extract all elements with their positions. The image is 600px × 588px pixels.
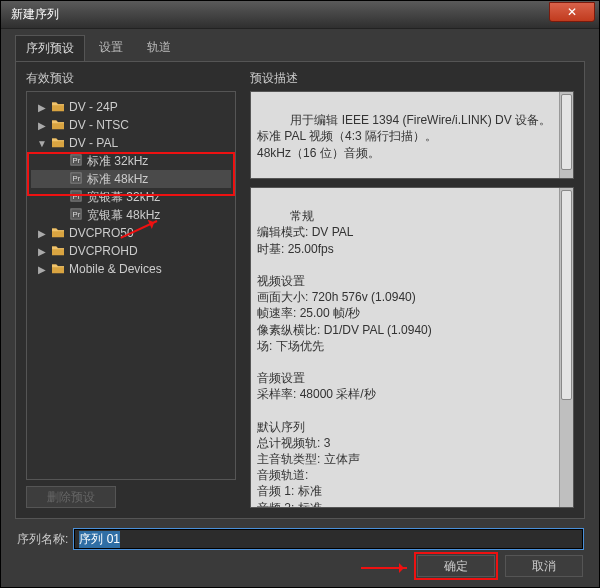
tree-folder[interactable]: ▶Mobile & Devices	[31, 260, 231, 278]
tab-tracks[interactable]: 轨道	[137, 35, 181, 61]
preset-icon: Pr	[69, 190, 83, 205]
close-button[interactable]: ✕	[549, 2, 595, 22]
description-column: 预设描述 用于编辑 IEEE 1394 (FireWire/i.LINK) DV…	[250, 70, 574, 508]
window-title: 新建序列	[11, 6, 59, 23]
tree-preset[interactable]: Pr宽银幕 48kHz	[31, 206, 231, 224]
presets-column: 有效预设 ▶DV - 24P▶DV - NTSC▼DV - PALPr标准 32…	[26, 70, 236, 508]
folder-icon	[51, 244, 65, 259]
sequence-name-label: 序列名称:	[17, 531, 68, 548]
folder-icon	[51, 262, 65, 277]
new-sequence-dialog: 新建序列 ✕ 序列预设 设置 轨道 有效预设 ▶DV - 24P▶DV - NT…	[0, 0, 600, 588]
presets-label: 有效预设	[26, 70, 236, 87]
svg-text:Pr: Pr	[73, 156, 81, 165]
folder-icon	[51, 118, 65, 133]
tree-item-label: DV - NTSC	[69, 118, 129, 132]
tree-item-label: DV - PAL	[69, 136, 118, 150]
tree-folder[interactable]: ▼DV - PAL	[31, 134, 231, 152]
disclosure-triangle-icon[interactable]: ▶	[37, 102, 47, 113]
tree-preset[interactable]: Pr宽银幕 32kHz	[31, 188, 231, 206]
scrollbar[interactable]	[559, 188, 573, 507]
cancel-button[interactable]: 取消	[505, 555, 583, 577]
dialog-button-row: 确定 取消	[1, 549, 599, 587]
tree-preset[interactable]: Pr标准 48kHz	[31, 170, 231, 188]
description-summary: 用于编辑 IEEE 1394 (FireWire/i.LINK) DV 设备。 …	[250, 91, 574, 179]
svg-text:Pr: Pr	[73, 174, 81, 183]
sequence-name-row: 序列名称:	[1, 527, 599, 549]
tab-sequence-presets[interactable]: 序列预设	[15, 35, 85, 61]
preset-tree[interactable]: ▶DV - 24P▶DV - NTSC▼DV - PALPr标准 32kHzPr…	[26, 91, 236, 480]
preset-icon: Pr	[69, 208, 83, 223]
description-details: 常规 编辑模式: DV PAL 时基: 25.00fps 视频设置 画面大小: …	[250, 187, 574, 508]
tree-item-label: DV - 24P	[69, 100, 118, 114]
disclosure-triangle-icon[interactable]: ▶	[37, 264, 47, 275]
tab-bar: 序列预设 设置 轨道	[1, 29, 599, 61]
preset-icon: Pr	[69, 172, 83, 187]
preset-icon: Pr	[69, 154, 83, 169]
description-label: 预设描述	[250, 70, 574, 87]
folder-icon	[51, 226, 65, 241]
tree-item-label: DVCPROHD	[69, 244, 138, 258]
description-summary-text: 用于编辑 IEEE 1394 (FireWire/i.LINK) DV 设备。 …	[257, 113, 551, 159]
svg-text:Pr: Pr	[73, 210, 81, 219]
description-details-text: 常规 编辑模式: DV PAL 时基: 25.00fps 视频设置 画面大小: …	[257, 209, 432, 508]
delete-preset-button: 删除预设	[26, 486, 116, 508]
tree-item-label: 标准 32kHz	[87, 153, 148, 170]
scrollbar[interactable]	[559, 92, 573, 178]
arrow-icon	[361, 567, 407, 569]
tree-folder[interactable]: ▶DVCPROHD	[31, 242, 231, 260]
disclosure-triangle-icon[interactable]: ▶	[37, 120, 47, 131]
folder-icon	[51, 136, 65, 151]
sequence-name-input[interactable]	[74, 529, 583, 549]
tree-item-label: 宽银幕 32kHz	[87, 189, 160, 206]
disclosure-triangle-icon[interactable]: ▶	[37, 246, 47, 257]
ok-button[interactable]: 确定	[417, 555, 495, 577]
folder-icon	[51, 100, 65, 115]
tree-preset[interactable]: Pr标准 32kHz	[31, 152, 231, 170]
disclosure-triangle-icon[interactable]: ▼	[37, 138, 47, 149]
tree-folder[interactable]: ▶DV - 24P	[31, 98, 231, 116]
disclosure-triangle-icon[interactable]: ▶	[37, 228, 47, 239]
titlebar: 新建序列 ✕	[1, 1, 599, 29]
main-panel: 有效预设 ▶DV - 24P▶DV - NTSC▼DV - PALPr标准 32…	[15, 61, 585, 519]
tree-folder[interactable]: ▶DV - NTSC	[31, 116, 231, 134]
tree-item-label: 标准 48kHz	[87, 171, 148, 188]
close-icon: ✕	[567, 5, 577, 19]
svg-text:Pr: Pr	[73, 192, 81, 201]
tree-item-label: DVCPRO50	[69, 226, 134, 240]
tab-settings[interactable]: 设置	[89, 35, 133, 61]
tree-item-label: Mobile & Devices	[69, 262, 162, 276]
